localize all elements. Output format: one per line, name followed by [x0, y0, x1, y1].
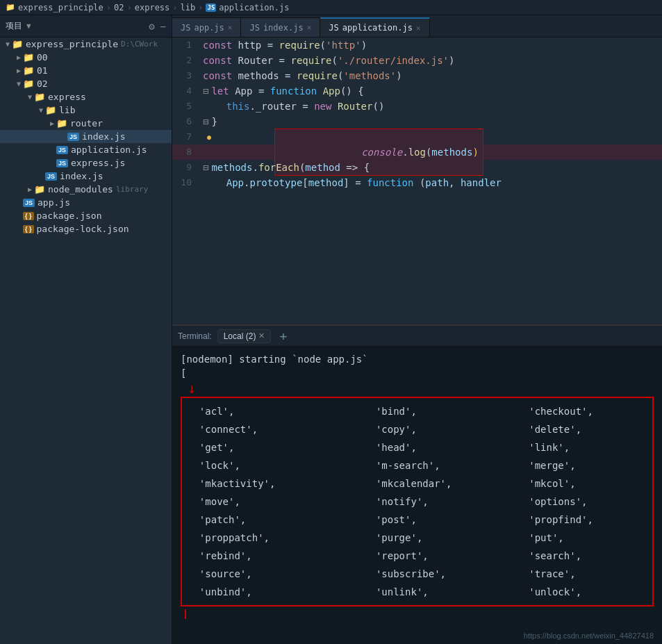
- line-content: ⊟let App = function App() {: [200, 83, 662, 99]
- tree-item[interactable]: ▶ JS app.js: [0, 196, 172, 209]
- line-number: 1: [172, 38, 200, 53]
- gear-icon[interactable]: ⚙: [149, 21, 154, 32]
- js-badge: JS: [56, 146, 68, 154]
- title-breadcrumb: 📁 express_principle › 02 › express › lib…: [6, 3, 289, 13]
- tab-close[interactable]: ✕: [416, 24, 421, 33]
- tree-item[interactable]: ▶ 📁 node_modules library: [0, 183, 172, 196]
- js-badge: JS: [181, 23, 190, 33]
- terminal-cursor: [185, 609, 186, 619]
- tree-label: lib: [59, 105, 75, 115]
- tree-label: express: [48, 92, 86, 102]
- terminal-cursor-line: [181, 609, 654, 619]
- tab-label: application.js: [342, 23, 413, 33]
- line-content: this._router = new Router(): [200, 99, 662, 114]
- output-item: 'mkcalendar',: [340, 474, 493, 493]
- watermark: https://blog.csdn.net/weixin_44827418: [524, 631, 654, 640]
- line-content: const Router = require('./router/index.j…: [200, 53, 662, 68]
- red-down-arrow: ↓: [188, 381, 196, 395]
- tree-item[interactable]: ▶ 📁 00: [0, 51, 172, 64]
- output-item: 'put',: [494, 529, 647, 547]
- tree-item[interactable]: ▼ 📁 lib: [0, 104, 172, 117]
- json-badge: { }: [23, 212, 34, 220]
- tree-item[interactable]: ▶ JS application.js: [0, 143, 172, 156]
- tree-label: index.js: [82, 131, 126, 142]
- line-number: 6: [172, 114, 200, 129]
- output-box: 'acl', 'bind', 'checkout', 'connect', 'c…: [181, 397, 654, 606]
- js-badge: JS: [23, 199, 35, 207]
- tree-item[interactable]: ▶ JS index.js: [0, 130, 172, 143]
- terminal-line-1: [nodemon] starting `node app.js`: [181, 352, 654, 366]
- line-number: 9: [172, 160, 200, 175]
- expand-arrow: ▶: [28, 185, 32, 193]
- line-number: 2: [172, 53, 200, 68]
- tab-close[interactable]: ✕: [228, 23, 233, 32]
- output-item: 'options',: [494, 493, 647, 511]
- tree-item[interactable]: ▼ 📁 02: [0, 77, 172, 90]
- tree-item[interactable]: ▶ 📁 01: [0, 64, 172, 77]
- terminal-tab-local[interactable]: Local (2) ✕: [217, 329, 272, 343]
- tree-item[interactable]: ▼ 📁 express_principle D:\CWork: [0, 38, 172, 51]
- breadcrumb-express-principle: express_principle: [18, 3, 104, 13]
- tree-label: express.js: [71, 158, 125, 168]
- tree-path: D:\CWork: [121, 40, 158, 49]
- js-badge: JS: [56, 159, 68, 167]
- output-item: 'source',: [188, 565, 340, 583]
- folder-icon: 📁: [23, 52, 34, 63]
- output-item: 'purge',: [340, 529, 493, 547]
- tab-close[interactable]: ✕: [307, 23, 312, 32]
- minus-icon[interactable]: −: [160, 21, 166, 32]
- folder-icon: 📁: [12, 39, 23, 49]
- tree-item[interactable]: ▶ JS express.js: [0, 156, 172, 170]
- tree-label: router: [70, 118, 103, 129]
- code-line-9: 9 ⊟methods.forEach(method => {: [172, 160, 662, 175]
- line-content: const methods = require('methods'): [200, 68, 662, 83]
- terminal-add-button[interactable]: +: [276, 329, 290, 343]
- tab-application-js[interactable]: JS application.js ✕: [320, 17, 429, 37]
- terminal-line-2: [: [181, 366, 654, 380]
- output-item: 'propfind',: [494, 511, 647, 529]
- tree-item[interactable]: ▶ 📁 router: [0, 117, 172, 130]
- folder-icon: 📁: [45, 105, 56, 115]
- tree-item[interactable]: ▶ { } package-lock.json: [0, 222, 172, 236]
- code-editor[interactable]: 1 const http = require('http') 2 const R…: [172, 38, 662, 324]
- code-line-5: 5 this._router = new Router(): [172, 99, 662, 114]
- line-number: 10: [172, 175, 200, 190]
- expand-arrow: ▶: [50, 119, 54, 127]
- output-item: 'unlink',: [340, 583, 493, 601]
- output-item: 'proppatch',: [188, 529, 340, 547]
- sidebar-header-left: 项目 ▼: [6, 20, 31, 32]
- tab-app-js[interactable]: JS app.js ✕: [172, 17, 241, 37]
- tree-label: node_modules: [48, 184, 113, 195]
- line-number: 3: [172, 68, 200, 83]
- sidebar-header: 项目 ▼ ⚙ −: [0, 15, 172, 38]
- line-content: const http = require('http'): [200, 38, 662, 53]
- line-number: 7: [172, 129, 200, 145]
- tree-label: 01: [37, 65, 48, 76]
- breadcrumb-lib: lib: [181, 3, 196, 13]
- sidebar: 项目 ▼ ⚙ − ▼ 📁 express_principle D:\CWork …: [0, 15, 172, 644]
- terminal-close-icon[interactable]: ✕: [258, 331, 265, 340]
- folder-icon: 📁: [34, 92, 45, 102]
- breadcrumb-file: application.js: [219, 3, 289, 13]
- tree-item[interactable]: ▼ 📁 express: [0, 90, 172, 104]
- code-line-3: 3 const methods = require('methods'): [172, 68, 662, 83]
- sidebar-dropdown-arrow[interactable]: ▼: [26, 22, 31, 31]
- tree-item[interactable]: ▶ { } package.json: [0, 209, 172, 222]
- json-badge: { }: [23, 225, 34, 233]
- output-item: 'copy',: [340, 420, 493, 438]
- terminal-tab-label: Local (2): [224, 331, 256, 341]
- expand-arrow: ▶: [17, 53, 21, 61]
- output-item: 'mkactivity',: [188, 474, 340, 493]
- tree-label: app.js: [38, 197, 70, 208]
- expand-arrow: ▼: [39, 106, 43, 114]
- expand-arrow: ▼: [28, 93, 32, 101]
- output-item: 'unbind',: [188, 583, 340, 601]
- tab-index-js[interactable]: JS index.js ✕: [241, 17, 320, 37]
- output-item: 'unlock',: [494, 583, 647, 601]
- output-item: 'move',: [188, 493, 340, 511]
- code-line-2: 2 const Router = require('./router/index…: [172, 53, 662, 68]
- tree-label: 02: [37, 79, 48, 89]
- output-item: 'subscribe',: [340, 565, 493, 583]
- breadcrumb-02: 02: [114, 3, 124, 13]
- tree-item[interactable]: ▶ JS index.js: [0, 170, 172, 183]
